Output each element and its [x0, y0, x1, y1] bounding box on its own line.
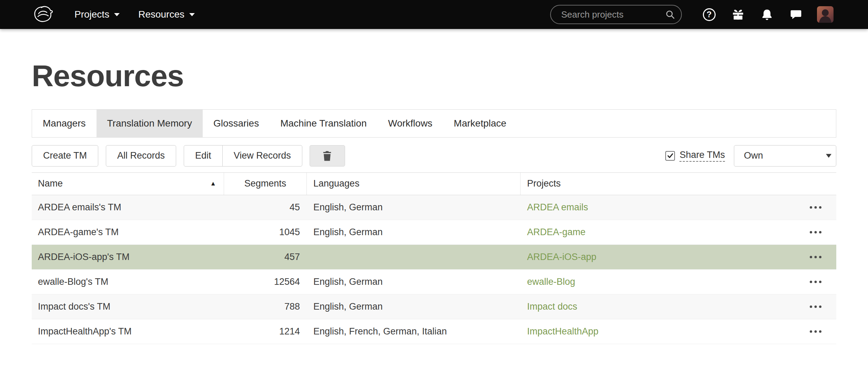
row-menu-button[interactable]: [808, 302, 823, 311]
header-segments-label: Segments: [244, 178, 286, 189]
project-link[interactable]: ImpactHealthApp: [527, 326, 598, 337]
chat-icon: [790, 8, 802, 21]
view-records-button[interactable]: View Records: [222, 145, 302, 167]
tm-name: ARDEA-iOS-app's TM: [32, 252, 224, 262]
project-link[interactable]: ewalle-Blog: [527, 277, 575, 287]
share-tms-label[interactable]: Share TMs: [679, 150, 725, 162]
top-navbar: Projects Resources ?: [0, 0, 868, 29]
navbar-right: ?: [550, 5, 834, 24]
nav-menu-projects-label: Projects: [74, 9, 109, 20]
table-row[interactable]: ImpactHealthApp's TM 1214 English, Frenc…: [32, 319, 836, 344]
search-box: [550, 5, 682, 24]
scope-select-value: Own: [744, 150, 763, 161]
delete-button[interactable]: [310, 145, 345, 167]
user-avatar[interactable]: [817, 6, 834, 23]
column-header-projects[interactable]: Projects: [521, 173, 798, 195]
whats-new-button[interactable]: [730, 7, 746, 22]
bell-icon: [761, 8, 773, 21]
tm-projects-cell: ARDEA-iOS-app: [521, 252, 798, 262]
tm-segments: 788: [224, 301, 307, 312]
help-button[interactable]: ?: [701, 7, 717, 22]
search-icon[interactable]: [665, 10, 675, 19]
tm-name: Impact docs's TM: [32, 301, 224, 312]
ellipsis-icon: [809, 231, 822, 234]
tm-table-header: Name ▲ Segments Languages Projects: [32, 172, 836, 195]
tm-table: Name ▲ Segments Languages Projects ARDEA…: [32, 172, 836, 344]
row-menu-button[interactable]: [808, 253, 823, 261]
nav-menu-projects[interactable]: Projects: [74, 9, 120, 20]
column-header-name[interactable]: Name ▲: [32, 173, 224, 195]
tm-segments: 457: [224, 252, 307, 262]
tm-projects-cell: ARDEA-game: [521, 227, 798, 238]
ellipsis-icon: [809, 206, 822, 209]
help-icon: ?: [703, 8, 716, 21]
column-header-actions: [798, 173, 836, 195]
tm-projects-cell: ewalle-Blog: [521, 277, 798, 287]
scope-select[interactable]: Own: [734, 145, 836, 167]
select-caret-icon: [826, 154, 831, 158]
table-row[interactable]: ewalle-Blog's TM 12564 English, German e…: [32, 270, 836, 294]
crowdin-bird-icon: [32, 3, 54, 26]
table-row[interactable]: ARDEA-iOS-app's TM 457 ARDEA-iOS-app: [32, 245, 836, 270]
ellipsis-icon: [809, 330, 822, 333]
notifications-button[interactable]: [759, 7, 775, 22]
project-link[interactable]: ARDEA-game: [527, 227, 586, 237]
tm-languages: English, French, German, Italian: [307, 326, 521, 337]
column-header-languages[interactable]: Languages: [307, 173, 521, 195]
project-link[interactable]: ARDEA-iOS-app: [527, 252, 596, 262]
tab-translation-memory[interactable]: Translation Memory: [97, 110, 203, 137]
create-tm-button[interactable]: Create TM: [32, 145, 98, 167]
main-content: Resources ManagersTranslation MemoryGlos…: [0, 59, 868, 344]
nav-menu-resources[interactable]: Resources: [138, 9, 195, 20]
toolbar-right: Share TMs Own: [665, 145, 836, 167]
tm-segments: 1045: [224, 227, 307, 238]
tab-glossaries[interactable]: Glossaries: [203, 110, 270, 137]
resource-tabs: ManagersTranslation MemoryGlossariesMach…: [32, 109, 836, 138]
nav-menu-resources-label: Resources: [138, 9, 184, 20]
project-link[interactable]: ARDEA emails: [527, 202, 588, 212]
table-row[interactable]: ARDEA-game's TM 1045 English, German ARD…: [32, 220, 836, 245]
row-menu-button[interactable]: [808, 327, 823, 336]
row-menu-button[interactable]: [808, 203, 823, 212]
project-link[interactable]: Impact docs: [527, 301, 577, 312]
tm-segments: 45: [224, 202, 307, 213]
tm-actions-cell: [798, 278, 836, 286]
header-languages-label: Languages: [313, 178, 360, 189]
tm-languages: English, German: [307, 277, 521, 287]
row-menu-button[interactable]: [808, 228, 823, 237]
avatar-photo: [817, 6, 834, 23]
check-icon: [667, 152, 674, 159]
tm-name: ewalle-Blog's TM: [32, 277, 224, 287]
tm-actions-cell: [798, 302, 836, 311]
conversations-button[interactable]: [788, 7, 804, 22]
all-records-button[interactable]: All Records: [106, 145, 176, 167]
page-title: Resources: [32, 59, 836, 93]
tm-name: ARDEA-game's TM: [32, 227, 224, 238]
chevron-down-icon: [189, 13, 195, 16]
chevron-down-icon: [114, 13, 120, 16]
edit-button[interactable]: Edit: [184, 145, 223, 167]
ellipsis-icon: [809, 305, 822, 308]
table-row[interactable]: Impact docs's TM 788 English, German Imp…: [32, 294, 836, 319]
tab-managers[interactable]: Managers: [32, 110, 97, 137]
column-header-segments[interactable]: Segments: [224, 173, 307, 195]
tm-actions-cell: [798, 327, 836, 336]
tm-actions-cell: [798, 253, 836, 261]
app-logo[interactable]: [32, 3, 54, 26]
tm-projects-cell: ARDEA emails: [521, 202, 798, 213]
table-row[interactable]: ARDEA emails's TM 45 English, German ARD…: [32, 195, 836, 220]
tab-machine-translation[interactable]: Machine Translation: [270, 110, 377, 137]
tm-name: ImpactHealthApp's TM: [32, 326, 224, 337]
tm-languages: English, German: [307, 202, 521, 213]
tm-languages: English, German: [307, 301, 521, 312]
tm-toolbar: Create TM All Records Edit View Records …: [32, 145, 836, 167]
edit-view-button-group: Edit View Records: [184, 145, 302, 167]
tm-projects-cell: Impact docs: [521, 301, 798, 312]
tab-workflows[interactable]: Workflows: [377, 110, 443, 137]
share-tms-checkbox[interactable]: [665, 151, 675, 161]
tm-projects-cell: ImpactHealthApp: [521, 326, 798, 337]
row-menu-button[interactable]: [808, 278, 823, 286]
tab-marketplace[interactable]: Marketplace: [443, 110, 517, 137]
ellipsis-icon: [809, 280, 822, 283]
search-input[interactable]: [561, 9, 665, 20]
